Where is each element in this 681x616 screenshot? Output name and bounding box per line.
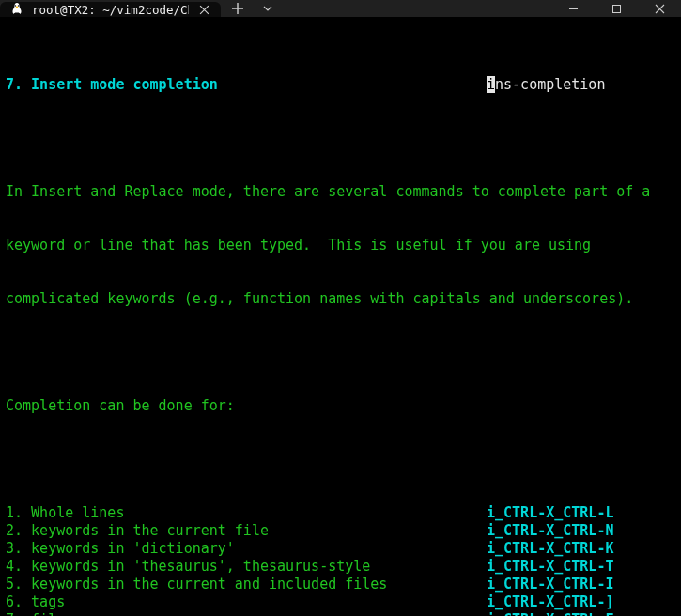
help-list-item: 7. file namesi_CTRL-X_CTRL-F [6,611,677,616]
tux-icon [9,2,24,17]
minimize-button[interactable] [551,0,595,17]
terminal-viewport[interactable]: 7. Insert mode completionins-completion … [0,17,681,616]
help-list-item: 2. keywords in the current filei_CTRL-X_… [6,522,677,540]
help-list-item: 1. Whole linesi_CTRL-X_CTRL-L [6,504,677,522]
help-cmd: i_CTRL-X_CTRL-] [487,593,613,610]
help-paragraph: keyword or line that has been typed. Thi… [6,237,677,254]
help-completion-list: 1. Whole linesi_CTRL-X_CTRL-L2. keywords… [6,504,677,616]
maximize-button[interactable] [595,0,638,17]
tab-dropdown-button[interactable] [255,0,281,17]
help-cmd: i_CTRL-X_CTRL-N [487,522,613,539]
close-button[interactable] [638,0,681,17]
svg-rect-2 [612,5,620,12]
tab-active[interactable]: root@TX2: ~/vim2code/Chapt [0,2,221,17]
help-list-item: 4. keywords in 'thesaurus', thesaurus-st… [6,558,677,576]
help-paragraph: complicated keywords (e.g., function nam… [6,290,677,308]
help-list-item: 5. keywords in the current and included … [6,576,677,593]
help-cmd: i_CTRL-X_CTRL-L [487,504,613,521]
tab-close-button[interactable] [196,2,211,17]
terminal-window: root@TX2: ~/vim2code/Chapt 7. Insert mod… [0,0,681,616]
help-paragraph: Completion can be done for: [6,397,677,415]
help-list-item: 6. tagsi_CTRL-X_CTRL-] [6,593,677,611]
help-paragraph: In Insert and Replace mode, there are se… [6,183,677,201]
help-list-item: 3. keywords in 'dictionary'i_CTRL-X_CTRL… [6,540,677,558]
tab-title: root@TX2: ~/vim2code/Chapt [32,3,189,17]
titlebar: root@TX2: ~/vim2code/Chapt [0,0,681,17]
help-tag-cursor: i [487,76,495,93]
svg-point-1 [18,5,19,6]
new-tab-button[interactable] [221,0,255,17]
help-cmd: i_CTRL-X_CTRL-F [487,611,613,616]
svg-point-0 [15,5,16,6]
help-heading: 7. Insert mode completionins-completion [6,76,677,94]
help-cmd: i_CTRL-X_CTRL-I [487,576,613,593]
help-cmd: i_CTRL-X_CTRL-K [487,540,613,557]
help-cmd: i_CTRL-X_CTRL-T [487,558,613,575]
